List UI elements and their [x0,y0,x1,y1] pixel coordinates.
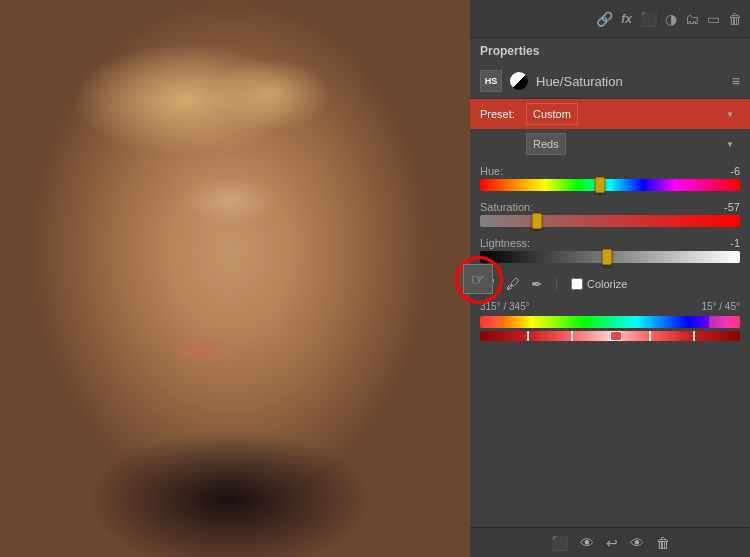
hue-track[interactable] [480,179,740,191]
saturation-value: -57 [710,201,740,213]
fx-icon[interactable]: fx [621,12,632,26]
lightness-value: -1 [710,237,740,249]
bottom-mask-icon[interactable]: ⬛ [551,535,568,551]
saturation-thumb[interactable] [532,213,542,229]
circle-half-icon[interactable]: ◑ [665,11,677,27]
trash-icon[interactable]: 🗑 [728,11,742,27]
hue-value: -6 [710,165,740,177]
channel-row: Reds [470,129,750,159]
rect-icon[interactable]: ▭ [707,11,720,27]
full-spectrum-bar [480,316,740,328]
range-right-label: 15° / 45° [701,301,740,312]
preset-label: Preset: [480,108,520,120]
lightness-track[interactable] [480,251,740,263]
bottom-reset-icon[interactable]: ↩ [606,535,618,551]
hs-title-row: HS Hue/Saturation ≡ [470,64,750,99]
sliders-section: Hue: -6 Saturation: -57 Lightness: -1 [470,159,750,269]
hand-tool-icon[interactable]: ☞ [463,264,493,294]
adjustment-circle-icon [510,72,528,90]
range-row: 315° / 345° 15° / 45° [470,299,750,314]
saturation-slider-row: Saturation: -57 [480,201,740,227]
colorize-checkbox[interactable]: Colorize [571,278,627,290]
preset-dropdown-wrapper: Custom [526,103,740,125]
link-icon[interactable]: 🔗 [596,11,613,27]
bottom-toolbar: ⬛ 👁 ↩ 👁 🗑 [470,527,750,557]
saturation-label: Saturation: [480,201,533,213]
right-panel: 🔗 fx ⬛ ◑ 🗂 ▭ 🗑 Properties HS Hue/Saturat… [470,0,750,557]
adjustment-icon: HS [480,70,502,92]
tool-separator [556,277,557,291]
top-toolbar: 🔗 fx ⬛ ◑ 🗂 ▭ 🗑 [470,0,750,38]
eyedropper-plus-icon[interactable]: 🖋 [504,275,522,293]
hue-label: Hue: [480,165,503,177]
colorize-label: Colorize [587,278,627,290]
preset-dropdown[interactable]: Custom [526,103,578,125]
eyedropper-minus-icon[interactable]: ✒ [528,275,546,293]
photo-area [0,0,470,557]
channel-dropdown-wrapper: Reds [526,133,740,155]
hue-thumb[interactable] [595,177,605,193]
lightness-slider-row: Lightness: -1 [480,237,740,263]
bottom-delete-icon[interactable]: 🗑 [656,535,670,551]
tools-row: 🖊 🖋 ✒ Colorize [470,269,750,299]
channel-dropdown[interactable]: Reds [526,133,566,155]
properties-header: Properties [470,38,750,64]
folder-icon[interactable]: 🗂 [685,11,699,27]
reds-spectrum-bar [480,331,740,341]
adjustment-title: Hue/Saturation [536,74,623,89]
bottom-eye-icon[interactable]: 👁 [580,535,594,551]
colorize-input[interactable] [571,278,583,290]
lightness-label: Lightness: [480,237,530,249]
saturation-track[interactable] [480,215,740,227]
face-photo [0,0,470,557]
preset-row: Preset: Custom [470,99,750,129]
bottom-visibility-icon[interactable]: 👁 [630,535,644,551]
hue-slider-row: Hue: -6 [480,165,740,191]
panel-menu-icon[interactable]: ≡ [732,73,740,89]
range-left-label: 315° / 345° [480,301,530,312]
lightness-thumb[interactable] [602,249,612,265]
camera-icon[interactable]: ⬛ [640,11,657,27]
